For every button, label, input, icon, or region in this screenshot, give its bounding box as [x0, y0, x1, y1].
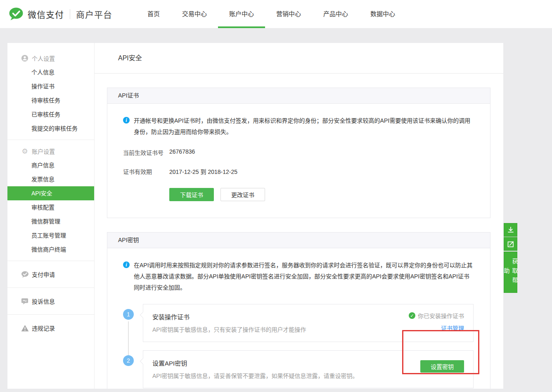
certificate-info-row: i 开通帐号和更换API证书时，由微信支付签发，用来标识和界定你的身份；部分安全… [123, 115, 474, 138]
top-navigation: 首页 交易中心 账户中心 营销中心 产品中心 数据中心 [136, 0, 406, 28]
logo-brand-text: 微信支付 [28, 8, 64, 20]
sidebar-link-label: 违规记录 [32, 324, 55, 332]
sidebar-link-violation-records[interactable]: 违规记录 [7, 319, 94, 337]
nav-item-transaction-center[interactable]: 交易中心 [171, 0, 218, 28]
sidebar-group-label: 账户设置 [32, 147, 55, 155]
nav-item-product-center[interactable]: 产品中心 [312, 0, 359, 28]
certificate-validity-label: 证书有效期 [123, 167, 169, 176]
step-1-description: API密钥属于敏感信息，只有安装了操作证书的用户才能操作 [152, 325, 373, 333]
sidebar-item-pending-review-tasks[interactable]: 待审核任务 [7, 93, 94, 107]
logo-product-text: 商户平台 [76, 8, 112, 20]
certificate-validity-row: 证书有效期 2017-12-25 到 2018-12-25 [123, 167, 474, 176]
check-circle-icon: ✓ [409, 312, 415, 319]
step-2-title: 设置API密钥 [152, 359, 373, 367]
edit-icon[interactable] [504, 237, 517, 251]
step-2-badge: 2 [123, 355, 134, 366]
sidebar-item-invoice-info[interactable]: 发票信息 [7, 172, 94, 186]
sidebar-divider [7, 287, 94, 288]
certificate-number-row: 当前生效证书号 26767836 [123, 148, 474, 157]
sidebar-divider [7, 140, 94, 140]
certificate-management-link[interactable]: 证书管理 [441, 324, 464, 332]
sidebar-group-account-settings: ⚙ 账户设置 [7, 144, 94, 158]
main-content: API安全 API证书 i 开通帐号和更换API证书时，由微信支付签发，用来标识… [94, 43, 503, 389]
sidebar-item-api-security[interactable]: API安全 [7, 186, 94, 200]
step-1-box: 安装操作证书 API密钥属于敏感信息，只有安装了操作证书的用户才能操作 ✓ 你已… [143, 304, 474, 342]
nav-item-account-center[interactable]: 账户中心 [218, 0, 265, 28]
floating-toolbar: 获取帮助 [504, 223, 517, 293]
page: 微信支付 商户平台 首页 交易中心 账户中心 营销中心 产品中心 数据中心 个人… [0, 0, 552, 392]
sidebar-link-label: 支付申请 [32, 270, 55, 278]
certificate-installed-status: ✓ 你已安装操作证书 [409, 311, 464, 320]
sidebar-item-reviewed-tasks[interactable]: 已审核任务 [7, 107, 94, 121]
sidebar-item-my-submitted-tasks[interactable]: 我提交的审核任务 [7, 121, 94, 135]
certificate-validity-value: 2017-12-25 到 2018-12-25 [169, 167, 237, 176]
download-icon[interactable] [504, 223, 517, 237]
api-key-card-title: API密钥 [107, 233, 490, 248]
sidebar-group-label: 个人设置 [32, 54, 55, 62]
chat-check-icon [21, 270, 29, 278]
nav-item-data-center[interactable]: 数据中心 [359, 0, 406, 28]
step-1-title: 安装操作证书 [152, 312, 373, 321]
sidebar-item-merchant-info[interactable]: 商户信息 [7, 158, 94, 172]
step-2-box: 设置API密钥 API密钥属于敏感信息，请妥善保管不要泄露，如果怀疑信息泄露，请… [143, 350, 474, 388]
sidebar-group-personal-settings: 个人设置 [7, 51, 94, 65]
top-header: 微信支付 商户平台 首页 交易中心 账户中心 营销中心 产品中心 数据中心 [0, 0, 552, 28]
set-api-key-button[interactable]: 设置密钥 [420, 360, 464, 373]
sidebar-item-operation-cert[interactable]: 操作证书 [7, 79, 94, 93]
change-certificate-button[interactable]: 更改证书 [220, 188, 265, 201]
certificate-number-value: 26767836 [169, 148, 195, 157]
speech-bubble-icon [21, 297, 29, 305]
step-install-certificate: 1 安装操作证书 API密钥属于敏感信息，只有安装了操作证书的用户才能操作 ✓ [123, 304, 474, 342]
sidebar-item-staff-account-mgmt[interactable]: 员工账号管理 [7, 228, 94, 242]
wechat-bubble-icon [8, 7, 24, 21]
logo-divider [70, 9, 70, 19]
api-key-info-row: i 在API调用时用来按照指定规则对你的请求参数进行签名，服务器收到你的请求时会… [123, 260, 474, 293]
step-set-api-key: 2 设置API密钥 API密钥属于敏感信息，请妥善保管不要泄露，如果怀疑信息泄露… [123, 350, 474, 388]
get-help-button[interactable]: 获取帮助 [504, 252, 517, 293]
nav-item-marketing-center[interactable]: 营销中心 [265, 0, 312, 28]
sidebar-link-label: 投诉信息 [32, 297, 55, 305]
step-2-description: API密钥属于敏感信息，请妥善保管不要泄露，如果怀疑信息泄露，请重设密钥。 [152, 371, 373, 380]
sidebar-item-review-config[interactable]: 审核配置 [7, 200, 94, 214]
api-certificate-card-title: API证书 [107, 88, 490, 104]
sidebar-link-payment-application[interactable]: 支付申请 [7, 265, 94, 283]
wechat-pay-logo[interactable]: 微信支付 商户平台 [0, 0, 136, 28]
api-certificate-card: API证书 i 开通帐号和更换API证书时，由微信支付签发，用来标识和界定你的身… [107, 88, 490, 218]
certificate-info-text: 开通帐号和更换API证书时，由微信支付签发，用来标识和界定你的身份；部分安全性要… [134, 115, 474, 138]
step-1-badge: 1 [123, 309, 134, 320]
nav-item-home[interactable]: 首页 [136, 0, 171, 28]
api-key-info-text: 在API调用时用来按照指定规则对你的请求参数进行签名，服务器收到你的请求时会进行… [134, 260, 474, 293]
page-title: API安全 [95, 43, 503, 74]
api-key-card: API密钥 i 在API调用时用来按照指定规则对你的请求参数进行签名，服务器收到… [107, 232, 490, 389]
user-icon [21, 54, 29, 62]
download-certificate-button[interactable]: 下载证书 [169, 188, 214, 201]
status-text: 你已安装操作证书 [418, 311, 464, 320]
sidebar-item-personal-info[interactable]: 个人信息 [7, 65, 94, 79]
sidebar-link-complaint-info[interactable]: 投诉信息 [7, 292, 94, 310]
sidebar-item-wechat-merchant-terminal[interactable]: 微信商户终端 [7, 242, 94, 257]
warning-icon [21, 324, 29, 332]
sidebar-item-wechat-group-mgmt[interactable]: 微信群管理 [7, 214, 94, 228]
certificate-number-label: 当前生效证书号 [123, 148, 169, 157]
sidebar-divider [7, 261, 94, 261]
info-icon: i [123, 261, 130, 268]
sidebar: 个人设置 个人信息 操作证书 待审核任务 已审核任务 我提交的审核任务 ⚙ 账户… [7, 43, 94, 389]
api-key-steps: 1 安装操作证书 API密钥属于敏感信息，只有安装了操作证书的用户才能操作 ✓ [123, 304, 474, 388]
gear-icon: ⚙ [21, 147, 29, 155]
sidebar-divider [7, 314, 94, 315]
info-icon: i [123, 117, 130, 124]
